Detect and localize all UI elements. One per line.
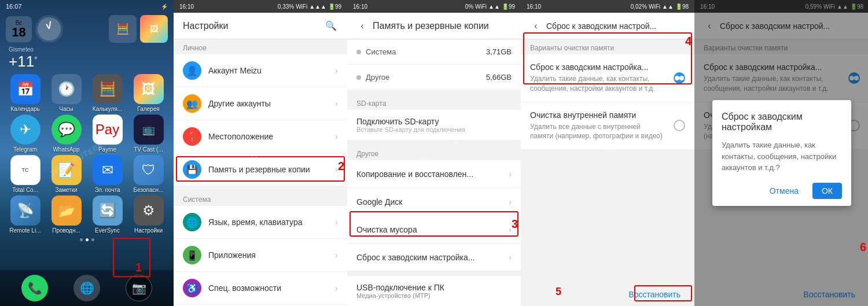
- dialog-ok-button[interactable]: ОК: [812, 183, 842, 199]
- gallery-shortcut[interactable]: 🖼: [140, 15, 168, 43]
- app-gallery[interactable]: 🖼 Галерея: [129, 74, 168, 112]
- app-whatsapp[interactable]: 💬 WhatsApp: [47, 115, 86, 153]
- date-clock-row: Вс 18: [6, 15, 63, 43]
- memory-scroll[interactable]: Система 3,71GB Другое 5,66GB SD-карта По…: [347, 39, 521, 306]
- gallery-icon-grid: 🖼: [134, 74, 164, 104]
- reset-scroll-4[interactable]: Варианты очистки памяти Сброс к заводски…: [521, 39, 694, 306]
- reset-dialog-panel: 16:10 0,59% WiFi ▲▲ 🔋98 ‹ Сброс к заводс…: [694, 0, 868, 306]
- app-clock[interactable]: 🕐 Часы: [47, 74, 86, 112]
- totalco-icon: TC: [10, 155, 41, 185]
- calendar-label: Календарь: [10, 106, 39, 112]
- clock-label: Часы: [59, 106, 73, 112]
- app-telegram[interactable]: ✈ Telegram: [6, 115, 45, 153]
- other-section-label: Другое: [347, 145, 521, 160]
- signal-4: ▲▲: [662, 3, 674, 10]
- step-5-badge: 5: [556, 286, 561, 298]
- factory-reset-item[interactable]: Сброс к заводским настройка... ›: [347, 244, 521, 271]
- dock-phone[interactable]: 📞: [21, 275, 48, 301]
- calculator-shortcut[interactable]: 🧮: [109, 15, 137, 43]
- settings-title: Настройки: [183, 21, 228, 31]
- dock: 📞 🌐 📷: [0, 270, 174, 306]
- time-3: 16:10: [353, 3, 367, 10]
- app-remote[interactable]: 📡 Remote Li...: [6, 196, 45, 234]
- dialog-cancel-button[interactable]: Отмена: [760, 183, 808, 199]
- reset-option-internal-4[interactable]: Очистка внутренней памяти Удалить все да…: [521, 102, 694, 150]
- step-4-badge: 4: [685, 35, 692, 48]
- files-label: Проводн...: [52, 227, 80, 234]
- clean-junk[interactable]: Очистка мусора ›: [347, 216, 521, 244]
- app-tvcast[interactable]: 📺 TV Cast (...: [129, 115, 168, 153]
- chevron-location: ›: [335, 132, 338, 141]
- settings-item-memory[interactable]: 💾 Память и резервные копии ›: [174, 153, 347, 186]
- dialog-overlay: Сброс к заводским настройкам Удалить так…: [694, 0, 868, 306]
- settings-item-account[interactable]: 👤 Аккаунт Meizu ›: [174, 54, 347, 87]
- clock-minute-hand: [49, 21, 51, 29]
- usb-item[interactable]: USB-подключение к ПК Медиа-устройство (М…: [347, 276, 521, 306]
- day-num: 18: [12, 26, 26, 39]
- settings-item-apps[interactable]: 📱 Приложения ›: [174, 239, 347, 272]
- reset-section-label-4: Варианты очистки памяти: [521, 39, 694, 54]
- factory-reset-label: Сброс к заводским настройка...: [356, 253, 502, 262]
- chevron-gdrive: ›: [509, 197, 512, 207]
- settings-item-language[interactable]: 🌐 Язык, время, клавиатура ›: [174, 206, 347, 239]
- backup-restore[interactable]: Копирование и восстановлен... ›: [347, 160, 521, 188]
- status-icons-1: ⚡: [161, 3, 168, 10]
- memory-sistema: Система 3,71GB: [347, 39, 521, 65]
- usb-label: USB-подключение к ПК Медиа-устройство (М…: [356, 283, 512, 299]
- battery-pct-2: 0,33%: [278, 3, 294, 10]
- calculator-label: Калькуля...: [93, 106, 122, 112]
- sistema-label: Система: [361, 47, 486, 56]
- back-button-3[interactable]: ‹: [356, 20, 368, 32]
- language-icon: 🌐: [183, 213, 201, 231]
- remote-label: Remote Li...: [10, 227, 41, 234]
- restore-button-4[interactable]: Восстановить: [624, 287, 685, 301]
- reset-factory-desc-4: Удалить такие данные, как контакты, сооб…: [530, 74, 665, 94]
- connect-sd[interactable]: Подключить SD-карту Вставьте SD-карту дл…: [347, 110, 521, 141]
- app-eversync[interactable]: 🔄 EverSync: [88, 196, 127, 234]
- time-4: 16:10: [527, 3, 541, 10]
- reset-option-factory-4[interactable]: Сброс к заводским настройка... Удалить т…: [521, 54, 694, 102]
- divider-sd: [347, 90, 521, 95]
- tvcast-label: TV Cast (...: [134, 146, 163, 153]
- memory-title: Память и резервные копии: [373, 21, 512, 31]
- accessibility-icon: ♿: [183, 279, 201, 297]
- confirm-dialog: Сброс к заводским настройкам Удалить так…: [712, 100, 851, 206]
- accessibility-label: Спец. возможности: [208, 283, 328, 293]
- app-email[interactable]: ✉ Эл. почта: [88, 155, 127, 193]
- step-3-badge: 3: [512, 217, 518, 231]
- app-totalco[interactable]: TC Total Co...: [6, 155, 45, 193]
- settings-item-other-accounts[interactable]: 👥 Другие аккаунты ›: [174, 87, 347, 120]
- app-payme[interactable]: Pay Payme: [88, 115, 127, 153]
- other-accounts-label: Другие аккаунты: [208, 99, 328, 108]
- divider-other: [347, 141, 521, 145]
- settings-item-accessibility[interactable]: ♿ Спец. возможности ›: [174, 272, 347, 305]
- battery-4: 🔋98: [675, 3, 689, 10]
- location-label: Местоположение: [208, 132, 328, 141]
- telegram-icon: ✈: [10, 115, 41, 145]
- page-indicators: [0, 236, 174, 244]
- settings-scroll[interactable]: Личное 👤 Аккаунт Meizu › 👥 Другие аккаун…: [174, 39, 347, 306]
- wifi-icon-2: WiFi: [296, 3, 307, 10]
- other-label: Другое: [361, 73, 486, 82]
- reset-options-panel: 16:10 0,02% WiFi ▲▲ 🔋98 ‹ Сброс к заводс…: [521, 0, 694, 306]
- payme-label: Payme: [98, 146, 116, 153]
- calculator-icon: 🧮: [93, 74, 123, 104]
- back-button-4[interactable]: ‹: [530, 20, 542, 32]
- app-files[interactable]: 📂 Проводн...: [47, 196, 86, 234]
- app-notes[interactable]: 📝 Заметки: [47, 155, 86, 193]
- signal-icon-2: ▲▲▲: [309, 3, 326, 10]
- dock-browser[interactable]: 🌐: [73, 275, 100, 301]
- settings-item-location[interactable]: 📍 Местоположение ›: [174, 120, 347, 153]
- search-button[interactable]: 🔍: [324, 19, 338, 33]
- app-security[interactable]: 🛡 Безопасн...: [129, 155, 168, 193]
- weather-temp-display: +11 °: [9, 53, 165, 71]
- dock-camera[interactable]: 📷: [126, 275, 152, 301]
- weather-widget: Gismeteo +11 °: [0, 45, 174, 72]
- app-calendar[interactable]: 📅 Календарь: [6, 74, 45, 112]
- sd-section-label: SD-карта: [347, 95, 521, 110]
- google-drive[interactable]: Google Диск ›: [347, 188, 521, 216]
- app-settings[interactable]: ⚙ Настройки: [129, 196, 168, 234]
- other-accounts-icon: 👥: [183, 94, 201, 113]
- weather-service: Gismeteo: [9, 46, 165, 53]
- app-calculator[interactable]: 🧮 Калькуля...: [88, 74, 127, 112]
